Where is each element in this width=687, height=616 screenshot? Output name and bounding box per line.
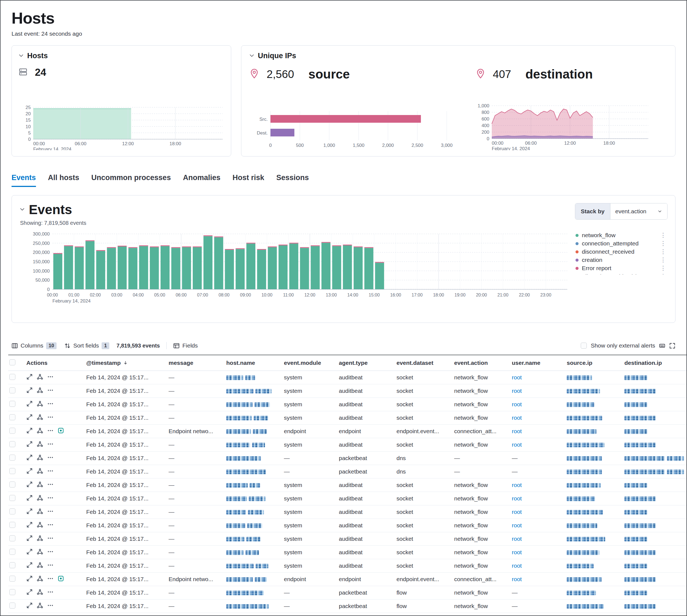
expand-event-icon[interactable] <box>26 562 33 570</box>
expand-event-icon[interactable] <box>26 374 33 381</box>
table-row[interactable]: Feb 14, 2024 @ 15:17... — system auditbe… <box>8 371 686 384</box>
row-checkbox[interactable] <box>9 576 15 582</box>
row-checkbox[interactable] <box>9 508 15 514</box>
expand-event-icon[interactable] <box>26 481 33 489</box>
row-checkbox[interactable] <box>9 562 15 568</box>
row-checkbox[interactable] <box>9 374 15 380</box>
expand-event-icon[interactable] <box>26 427 33 435</box>
legend-item[interactable]: connection_attempted⋮ <box>576 239 666 248</box>
col-agent-type[interactable]: agent.type <box>333 359 391 366</box>
collapse-chevron-icon[interactable] <box>20 206 25 213</box>
tab-anomalies[interactable]: Anomalies <box>183 174 220 187</box>
expand-event-icon[interactable] <box>26 602 33 610</box>
row-checkbox[interactable] <box>9 549 15 555</box>
legend-menu-icon[interactable]: ⋮ <box>658 248 666 255</box>
expand-event-icon[interactable] <box>26 414 33 422</box>
table-row[interactable]: Feb 14, 2024 @ 15:17... — system auditbe… <box>8 398 686 411</box>
user-name-cell[interactable]: root <box>506 576 561 582</box>
user-name-cell[interactable]: root <box>506 549 561 556</box>
row-checkbox[interactable] <box>9 441 15 447</box>
columns-button[interactable]: Columns 10 <box>12 342 57 349</box>
row-checkbox[interactable] <box>9 602 15 609</box>
tab-events[interactable]: Events <box>12 174 36 187</box>
expand-event-icon[interactable] <box>26 535 33 543</box>
analyze-event-icon[interactable] <box>37 454 43 462</box>
analyze-event-icon[interactable] <box>37 414 43 422</box>
analyze-event-icon[interactable] <box>37 535 43 543</box>
expand-event-icon[interactable] <box>26 522 33 529</box>
expand-event-icon[interactable] <box>26 589 33 596</box>
select-all-checkbox[interactable] <box>9 359 15 366</box>
row-checkbox[interactable] <box>9 482 15 487</box>
table-row[interactable]: Feb 14, 2024 @ 15:17... Endpoint netwo..… <box>8 425 686 438</box>
analyze-event-icon[interactable] <box>37 562 43 570</box>
expand-event-icon[interactable] <box>26 454 33 462</box>
row-checkbox[interactable] <box>9 401 15 407</box>
tab-uncommon-processes[interactable]: Uncommon processes <box>91 174 171 187</box>
more-actions-icon[interactable] <box>47 481 53 489</box>
table-row[interactable]: Feb 14, 2024 @ 15:17... — system auditbe… <box>8 438 686 452</box>
user-name-cell[interactable]: root <box>506 428 561 435</box>
user-name-cell[interactable]: root <box>506 535 561 542</box>
endpoint-badge-icon[interactable] <box>58 427 64 435</box>
col-user-name[interactable]: user.name <box>506 359 561 366</box>
stack-by-control[interactable]: Stack by event.action <box>575 203 667 220</box>
row-checkbox[interactable] <box>9 387 15 393</box>
expand-event-icon[interactable] <box>26 495 33 502</box>
table-row[interactable]: Feb 14, 2024 @ 15:17... — system auditbe… <box>8 411 686 425</box>
fullscreen-icon[interactable] <box>669 343 675 349</box>
analyze-event-icon[interactable] <box>37 400 43 408</box>
more-actions-icon[interactable] <box>47 535 53 543</box>
table-row[interactable]: Feb 14, 2024 @ 15:17... — — packetbeat f… <box>8 599 686 613</box>
legend-item[interactable]: Error report⋮ <box>576 264 666 272</box>
table-row[interactable]: Feb 14, 2024 @ 15:17... — system auditbe… <box>8 492 686 505</box>
analyze-event-icon[interactable] <box>37 387 43 395</box>
legend-item[interactable]: creation⋮ <box>576 256 666 264</box>
user-name-cell[interactable]: root <box>506 522 561 529</box>
table-row[interactable]: Feb 14, 2024 @ 15:17... — — packetbeat d… <box>8 452 686 465</box>
table-row[interactable]: Feb 14, 2024 @ 15:17... Endpoint netwo..… <box>8 573 686 586</box>
keyboard-shortcuts-icon[interactable] <box>659 343 665 349</box>
more-actions-icon[interactable] <box>47 562 53 570</box>
sort-fields-button[interactable]: Sort fields 1 <box>64 342 109 349</box>
analyze-event-icon[interactable] <box>37 441 43 448</box>
analyze-event-icon[interactable] <box>37 468 43 476</box>
more-actions-icon[interactable] <box>47 468 53 476</box>
more-actions-icon[interactable] <box>47 548 53 556</box>
analyze-event-icon[interactable] <box>37 522 43 529</box>
more-actions-icon[interactable] <box>47 387 53 395</box>
legend-item[interactable]: File Delete archived (⋮ <box>576 272 666 274</box>
table-row[interactable]: Feb 14, 2024 @ 15:17... — system auditbe… <box>8 532 686 546</box>
more-actions-icon[interactable] <box>47 575 53 583</box>
table-row[interactable]: Feb 14, 2024 @ 15:17... — — packetbeat f… <box>8 613 686 616</box>
user-name-cell[interactable]: root <box>506 388 561 394</box>
row-checkbox[interactable] <box>9 428 15 434</box>
user-name-cell[interactable]: — <box>506 468 561 475</box>
user-name-cell[interactable]: root <box>506 415 561 421</box>
analyze-event-icon[interactable] <box>37 602 43 610</box>
analyze-event-icon[interactable] <box>37 575 43 583</box>
col-host-name[interactable]: host.name <box>221 359 278 366</box>
user-name-cell[interactable]: root <box>506 509 561 515</box>
more-actions-icon[interactable] <box>47 602 53 610</box>
tab-host-risk[interactable]: Host risk <box>233 174 264 187</box>
more-actions-icon[interactable] <box>47 495 53 502</box>
table-row[interactable]: Feb 14, 2024 @ 15:17... — — packetbeat d… <box>8 465 686 479</box>
col-event-dataset[interactable]: event.dataset <box>391 359 449 366</box>
table-row[interactable]: Feb 14, 2024 @ 15:17... — system auditbe… <box>8 546 686 559</box>
analyze-event-icon[interactable] <box>37 481 43 489</box>
col-timestamp[interactable]: @timestamp <box>81 359 163 366</box>
col-message[interactable]: message <box>163 359 221 366</box>
table-row[interactable]: Feb 14, 2024 @ 15:17... — — packetbeat f… <box>8 586 686 599</box>
user-name-cell[interactable]: — <box>506 603 561 610</box>
analyze-event-icon[interactable] <box>37 589 43 596</box>
user-name-cell[interactable]: root <box>506 441 561 448</box>
user-name-cell[interactable]: root <box>506 482 561 488</box>
legend-item[interactable]: network_flow⋮ <box>576 231 666 239</box>
row-checkbox[interactable] <box>9 589 15 595</box>
legend-menu-icon[interactable]: ⋮ <box>658 273 666 274</box>
user-name-cell[interactable]: root <box>506 401 561 408</box>
more-actions-icon[interactable] <box>47 414 53 422</box>
external-alerts-checkbox[interactable] <box>581 343 587 349</box>
row-checkbox[interactable] <box>9 522 15 528</box>
